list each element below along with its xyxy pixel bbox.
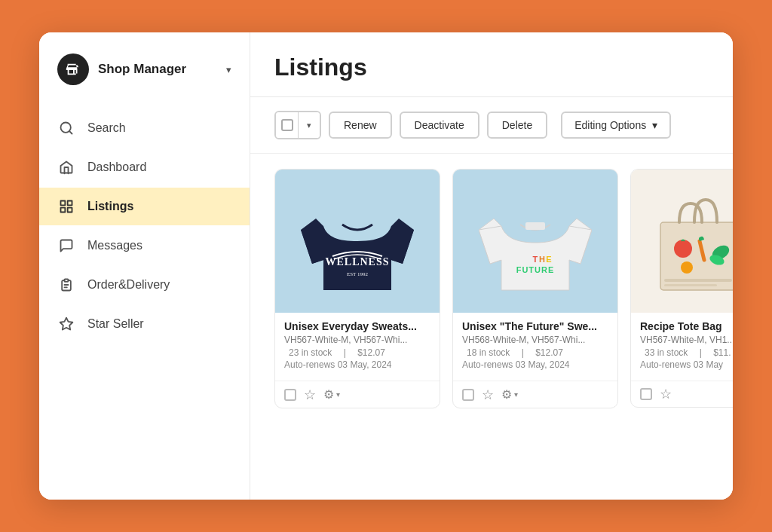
toolbar: ▾ Renew Deactivate Delete Editing Option…	[250, 97, 733, 154]
product-title-2: Unisex "The Future" Swe...	[462, 320, 608, 332]
gear-dropdown-caret-2: ▾	[514, 390, 518, 399]
sidebar-nav: Search Dashboard Listings	[39, 103, 250, 349]
editing-options-button[interactable]: Editing Options ▾	[561, 112, 671, 139]
sidebar-item-search[interactable]: Search	[39, 109, 250, 147]
favorite-button-1[interactable]: ☆	[304, 388, 316, 402]
store-icon	[65, 61, 81, 78]
sweatshirt-dark-illustration: WELLNESS EST 1992	[301, 181, 414, 301]
home-icon	[57, 158, 75, 176]
svg-rect-5	[68, 208, 72, 212]
main-content: Listings ▾ Renew Deactivate Delete Editi…	[250, 32, 733, 500]
tote-bag-illustration	[645, 181, 733, 301]
product-card: WELLNESS EST 1992 Unisex Everyday Sweats…	[274, 169, 440, 408]
product-card-2: T H E FUTURE Unisex "The Future" Swe... …	[452, 169, 618, 408]
sidebar-item-dashboard[interactable]: Dashboard	[39, 148, 250, 186]
svg-marker-9	[60, 318, 73, 330]
sidebar-item-messages[interactable]: Messages	[39, 227, 250, 264]
product-actions-3: ☆	[631, 381, 733, 407]
editing-options-label: Editing Options	[574, 119, 646, 131]
deactivate-button[interactable]: Deactivate	[400, 112, 479, 139]
main-header: Listings	[250, 32, 733, 97]
svg-rect-16	[525, 222, 545, 230]
product-info-1: Unisex Everyday Sweats... VH567-White-M,…	[275, 313, 440, 381]
sidebar-item-star-seller[interactable]: Star Seller	[39, 305, 250, 343]
sidebar-header[interactable]: Shop Manager ▾	[39, 32, 250, 103]
product-image-3	[631, 170, 733, 313]
svg-rect-23	[664, 284, 717, 286]
star-icon	[57, 315, 75, 333]
clipboard-icon	[57, 276, 75, 294]
product-grid: WELLNESS EST 1992 Unisex Everyday Sweats…	[250, 154, 733, 500]
svg-text:WELLNESS: WELLNESS	[325, 256, 389, 268]
message-icon	[57, 237, 75, 255]
product-actions-1: ☆ ⚙ ▾	[275, 381, 440, 408]
svg-line-1	[69, 131, 72, 134]
product-stock-2: 18 in stock | $12.07	[462, 347, 608, 358]
sidebar-item-listings[interactable]: Listings	[39, 188, 250, 225]
gear-dropdown-caret: ▾	[336, 390, 340, 399]
svg-text:T: T	[532, 255, 538, 264]
product-title-1: Unisex Everyday Sweats...	[284, 320, 430, 332]
product-renews-2: Auto-renews 03 May, 2024	[462, 359, 608, 370]
product-actions-2: ☆ ⚙ ▾	[453, 381, 617, 408]
checkbox-dropdown-caret[interactable]: ▾	[299, 112, 320, 138]
product-image-1: WELLNESS EST 1992	[275, 170, 440, 313]
settings-button-1[interactable]: ⚙ ▾	[323, 387, 340, 402]
svg-rect-3	[68, 201, 72, 206]
product-checkbox-2[interactable]	[462, 389, 474, 401]
product-renews-1: Auto-renews 03 May, 2024	[284, 359, 430, 370]
sidebar-item-order-delivery-label: Order&Delivery	[87, 278, 170, 292]
product-info-3: Recipe Tote Bag VH567-White-M, VH1... 33…	[631, 313, 733, 381]
delete-button[interactable]: Delete	[487, 112, 547, 139]
product-info-2: Unisex "The Future" Swe... VH568-White-M…	[453, 313, 617, 381]
chevron-down-icon: ▾	[226, 64, 231, 75]
product-title-3: Recipe Tote Bag	[640, 320, 733, 332]
svg-rect-4	[61, 208, 66, 212]
gear-icon-2: ⚙	[501, 387, 512, 402]
svg-text:EST 1992: EST 1992	[347, 271, 369, 277]
product-variants-2: VH568-White-M, VH567-Whi...	[462, 335, 608, 345]
product-renews-3: Auto-renews 03 May	[640, 359, 733, 370]
renew-button[interactable]: Renew	[329, 112, 392, 139]
svg-text:FUTURE: FUTURE	[516, 265, 555, 274]
svg-point-21	[681, 261, 693, 274]
grid-icon	[57, 197, 75, 216]
product-checkbox-3[interactable]	[640, 388, 652, 400]
shop-avatar	[57, 54, 89, 85]
shop-manager-label: Shop Manager	[98, 62, 216, 77]
product-variants-3: VH567-White-M, VH1...	[640, 335, 733, 345]
editing-options-chevron-icon: ▾	[652, 119, 657, 131]
app-window: Shop Manager ▾ Search Dashboard	[39, 32, 733, 500]
product-stock-1: 23 in stock | $12.07	[284, 347, 430, 358]
sidebar-item-messages-label: Messages	[87, 239, 142, 252]
favorite-button-2[interactable]: ☆	[482, 388, 494, 402]
select-all-checkbox-dropdown[interactable]: ▾	[274, 111, 321, 139]
svg-text:H: H	[539, 255, 545, 264]
sidebar: Shop Manager ▾ Search Dashboard	[39, 32, 250, 500]
product-variants-1: VH567-White-M, VH567-Whi...	[284, 335, 430, 345]
search-icon	[57, 119, 75, 137]
sweatshirt-white-illustration: T H E FUTURE	[479, 181, 592, 301]
checkbox-box	[281, 119, 293, 131]
sidebar-item-search-label: Search	[87, 121, 126, 135]
sidebar-item-listings-label: Listings	[87, 200, 133, 213]
page-title: Listings	[274, 54, 709, 81]
svg-rect-6	[65, 280, 69, 282]
svg-point-18	[674, 240, 692, 258]
settings-button-2[interactable]: ⚙ ▾	[501, 387, 518, 402]
svg-rect-2	[61, 201, 66, 206]
sidebar-item-order-delivery[interactable]: Order&Delivery	[39, 266, 250, 304]
select-all-checkbox[interactable]	[276, 112, 299, 138]
product-card-3: Recipe Tote Bag VH567-White-M, VH1... 33…	[630, 169, 733, 408]
favorite-button-3[interactable]: ☆	[660, 387, 672, 401]
sidebar-item-star-seller-label: Star Seller	[87, 317, 144, 331]
gear-icon: ⚙	[323, 387, 334, 402]
svg-text:E: E	[546, 255, 551, 264]
svg-rect-22	[664, 279, 732, 282]
product-image-2: T H E FUTURE	[453, 170, 617, 313]
sidebar-item-dashboard-label: Dashboard	[87, 161, 146, 174]
product-checkbox-1[interactable]	[284, 389, 296, 401]
product-stock-3: 33 in stock | $11.	[640, 347, 733, 358]
